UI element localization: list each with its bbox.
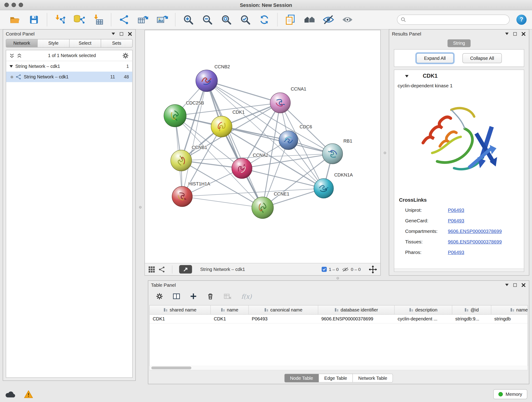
splitter-grip[interactable] [139, 206, 141, 208]
column-header[interactable]: name [211, 306, 249, 314]
table-settings-gear-icon[interactable] [156, 293, 163, 300]
refresh-layout-button[interactable] [257, 12, 272, 27]
gear-icon[interactable] [122, 52, 129, 59]
close-panel-icon[interactable] [521, 283, 526, 287]
protein-card-header[interactable]: CDK1 [394, 70, 524, 82]
network-edge[interactable] [207, 81, 263, 208]
maximize-panel-icon[interactable] [120, 32, 123, 36]
collapse-panel-icon[interactable] [505, 284, 509, 286]
expand-all-chevrons-icon[interactable] [17, 53, 22, 58]
collapse-all-button[interactable]: Collapse All [462, 53, 502, 63]
network-edge[interactable] [182, 196, 263, 208]
table-horizontal-scrollbar[interactable] [149, 366, 528, 370]
cell-database-identifier[interactable]: 9606.ENSP00000378699 [318, 315, 394, 323]
maximize-panel-icon[interactable] [513, 32, 517, 36]
network-node-ccnb2[interactable] [196, 70, 217, 92]
import-network-from-database-button[interactable] [71, 12, 87, 27]
grid-view-icon[interactable] [148, 266, 155, 273]
tab-edge-table[interactable]: Edge Table [319, 374, 353, 383]
show-button[interactable] [340, 12, 355, 27]
birds-eye-view-icon[interactable] [158, 266, 165, 273]
pan-crosshair-icon[interactable] [369, 265, 377, 274]
splitter-grip[interactable] [384, 152, 386, 154]
cell-description[interactable]: cyclin-dependent ... [394, 315, 452, 323]
import-network-from-file-button[interactable] [52, 12, 68, 27]
show-columns-icon[interactable] [173, 293, 180, 300]
column-header[interactable]: description [394, 306, 452, 314]
collapse-all-chevrons-icon[interactable] [9, 53, 14, 58]
cell-id[interactable]: stringdb:9... [452, 315, 491, 323]
collapse-panel-icon[interactable] [112, 32, 115, 35]
network-edge[interactable] [222, 127, 332, 153]
table-row[interactable]: CDK1 CDK1 P06493 9606.ENSP00000378699 cy… [150, 315, 528, 324]
network-node-rb1[interactable] [322, 143, 343, 164]
import-table-from-file-button[interactable] [90, 12, 106, 27]
network-edge[interactable] [207, 81, 280, 103]
network-row-selected[interactable]: String Network – cdk1 11 48 [6, 71, 133, 82]
splitter-grip[interactable] [336, 277, 339, 279]
disclosure-triangle-icon[interactable] [9, 65, 13, 67]
network-node-cdkn1a[interactable] [314, 179, 334, 198]
tab-network-table[interactable]: Network Table [353, 374, 393, 383]
scrollbar-thumb[interactable] [151, 366, 191, 369]
crosslink-link[interactable]: P06493 [448, 218, 464, 223]
disclosure-triangle-icon[interactable] [405, 75, 409, 77]
network-node-ccnb1[interactable] [171, 150, 192, 171]
memory-button[interactable]: Memory [494, 389, 527, 399]
search-box[interactable] [397, 15, 510, 25]
tab-network[interactable]: Network [6, 39, 38, 47]
zoom-fit-button[interactable] [219, 12, 234, 27]
clone-network-button[interactable] [283, 12, 298, 27]
card-horizontal-scrollbar[interactable] [394, 268, 524, 271]
open-session-button[interactable] [7, 12, 23, 27]
cell-namespace[interactable]: stringdb [491, 315, 528, 323]
warning-icon[interactable] [24, 390, 33, 399]
home-button[interactable] [302, 12, 317, 27]
column-header[interactable]: canonical name [249, 306, 318, 314]
tab-style[interactable]: Style [38, 39, 70, 47]
maximize-panel-icon[interactable] [513, 283, 517, 287]
close-panel-icon[interactable] [521, 32, 526, 36]
save-session-button[interactable] [26, 12, 42, 27]
cell-shared-name[interactable]: CDK1 [150, 315, 211, 323]
tab-sets[interactable]: Sets [101, 39, 133, 47]
network-node-cdc25b[interactable] [164, 104, 186, 127]
hidden-eye-slash-icon[interactable] [342, 267, 349, 272]
cell-canonical-name[interactable]: P06493 [249, 315, 318, 323]
export-network-button[interactable] [135, 12, 151, 27]
selected-checkbox-icon[interactable] [322, 267, 327, 272]
close-panel-icon[interactable] [128, 32, 132, 36]
network-node-cdc6[interactable] [279, 131, 298, 150]
network-edge[interactable] [182, 81, 207, 196]
add-column-icon[interactable] [190, 293, 197, 300]
column-header[interactable]: @id [452, 306, 491, 314]
search-input[interactable] [408, 17, 506, 22]
network-node-ccna1[interactable] [270, 93, 291, 113]
zoom-in-button[interactable] [181, 12, 196, 27]
crosslink-link[interactable]: P06493 [448, 249, 464, 255]
help-button[interactable]: ? [516, 15, 526, 25]
network-canvas[interactable]: CCNB2CCNA1CDC25BCDK1CDC6RB1CCNB1CCNA2CDK… [145, 30, 380, 263]
tab-select[interactable]: Select [70, 39, 101, 47]
expand-all-button[interactable]: Expand All [416, 53, 454, 63]
tab-node-table[interactable]: Node Table [284, 374, 319, 383]
export-image-button[interactable] [154, 12, 170, 27]
column-header[interactable]: database identifier [318, 306, 394, 314]
zoom-selected-button[interactable] [238, 12, 253, 27]
collapse-panel-icon[interactable] [505, 32, 509, 35]
open-in-window-button[interactable] [179, 265, 192, 274]
zoom-out-button[interactable] [200, 12, 215, 27]
column-header[interactable]: namespace [491, 306, 528, 314]
network-collection-row[interactable]: String Network – cdk1 1 [6, 61, 133, 72]
new-network-button[interactable] [116, 12, 132, 27]
network-node-cdk1[interactable] [211, 116, 232, 137]
crosslink-link[interactable]: P06493 [448, 207, 464, 213]
cloud-icon[interactable] [5, 390, 16, 398]
network-node-ccna2[interactable] [232, 158, 252, 179]
tab-string[interactable]: String [448, 39, 471, 47]
cell-name[interactable]: CDK1 [211, 315, 249, 323]
delete-column-icon[interactable] [207, 293, 214, 300]
hide-unhide-button[interactable] [321, 12, 336, 27]
network-node-hist1h1a[interactable] [172, 186, 192, 207]
network-node-ccne1[interactable] [252, 197, 273, 219]
